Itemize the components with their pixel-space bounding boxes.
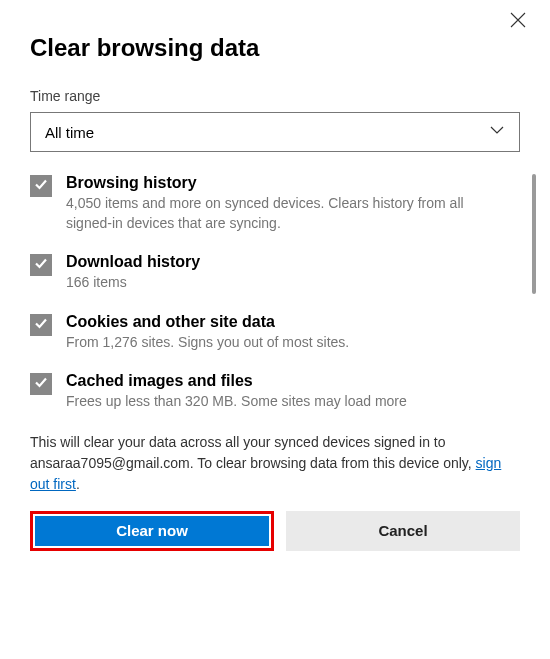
option-cookies: Cookies and other site data From 1,276 s…: [30, 313, 510, 353]
notice-suffix: .: [76, 476, 80, 492]
close-button[interactable]: [508, 12, 528, 32]
dialog-title: Clear browsing data: [30, 34, 520, 62]
close-icon: [510, 12, 526, 32]
clear-now-highlight: Clear now: [30, 511, 274, 551]
checkbox-cookies[interactable]: [30, 314, 52, 336]
option-desc: 166 items: [66, 273, 510, 293]
dialog-buttons: Clear now Cancel: [30, 511, 520, 551]
option-title: Download history: [66, 253, 510, 271]
scrollbar[interactable]: [532, 174, 536, 294]
sync-notice: This will clear your data across all you…: [30, 432, 520, 495]
checkmark-icon: [33, 315, 49, 335]
notice-prefix: This will clear your data across all you…: [30, 434, 476, 471]
option-browsing-history: Browsing history 4,050 items and more on…: [30, 174, 510, 233]
checkbox-cache[interactable]: [30, 373, 52, 395]
checkmark-icon: [33, 374, 49, 394]
checkbox-download-history[interactable]: [30, 254, 52, 276]
checkmark-icon: [33, 176, 49, 196]
clear-now-button[interactable]: Clear now: [35, 516, 269, 546]
option-title: Browsing history: [66, 174, 510, 192]
option-desc: Frees up less than 320 MB. Some sites ma…: [66, 392, 510, 412]
options-list: Browsing history 4,050 items and more on…: [30, 174, 520, 412]
option-title: Cached images and files: [66, 372, 510, 390]
cancel-button[interactable]: Cancel: [286, 511, 520, 551]
option-desc: 4,050 items and more on synced devices. …: [66, 194, 510, 233]
chevron-down-icon: [489, 122, 505, 142]
time-range-label: Time range: [30, 88, 520, 104]
option-title: Cookies and other site data: [66, 313, 510, 331]
option-download-history: Download history 166 items: [30, 253, 510, 293]
option-desc: From 1,276 sites. Signs you out of most …: [66, 333, 510, 353]
checkbox-browsing-history[interactable]: [30, 175, 52, 197]
option-cache: Cached images and files Frees up less th…: [30, 372, 510, 412]
time-range-value: All time: [45, 124, 94, 141]
time-range-select[interactable]: All time: [30, 112, 520, 152]
checkmark-icon: [33, 255, 49, 275]
